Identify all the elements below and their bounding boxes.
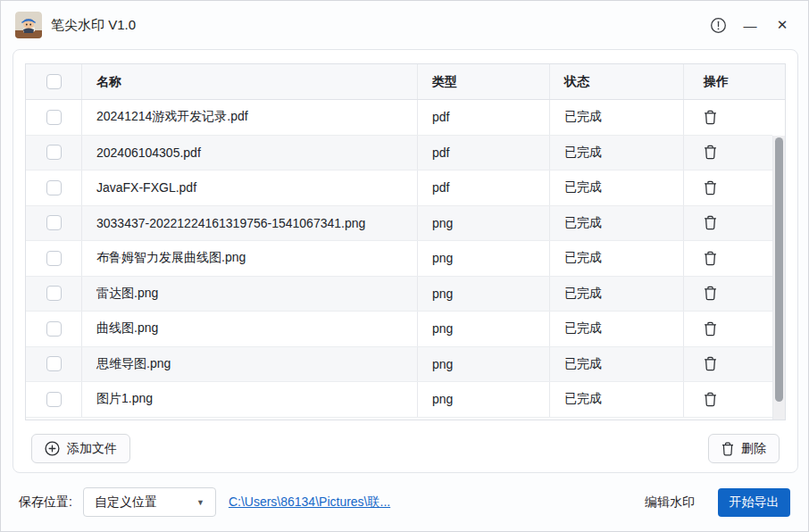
row-checkbox[interactable] <box>46 286 62 301</box>
trash-icon <box>704 110 717 125</box>
trash-icon <box>704 180 717 195</box>
vertical-scrollbar[interactable] <box>772 136 785 420</box>
row-checkbox[interactable] <box>46 180 62 195</box>
row-checkbox-cell <box>26 241 82 276</box>
row-checkbox-cell <box>26 382 82 417</box>
row-action-cell <box>684 382 772 417</box>
row-action-cell <box>684 277 772 312</box>
partial-next-row <box>26 418 772 420</box>
save-location-select[interactable]: 自定义位置 ▼ <box>83 487 216 517</box>
row-checkbox-cell <box>26 312 82 346</box>
app-window: 笔尖水印 V1.0 — ✕ 名称 类型 状态 操作 <box>0 0 809 532</box>
minimize-button[interactable]: — <box>737 12 763 38</box>
row-checkbox-cell <box>26 100 82 135</box>
trash-icon <box>704 145 717 160</box>
trash-icon <box>704 356 717 371</box>
file-table: 名称 类型 状态 操作 20241214游戏开发记录.pdf pdf 已完成 <box>25 63 786 420</box>
table-row: 20241214游戏开发记录.pdf pdf 已完成 <box>26 100 772 136</box>
file-type-cell: pdf <box>418 100 550 135</box>
row-action-cell <box>684 100 772 135</box>
row-checkbox-cell <box>26 277 82 312</box>
row-checkbox[interactable] <box>46 251 62 266</box>
info-button[interactable] <box>705 12 731 38</box>
file-name-cell: 图片1.png <box>82 382 418 417</box>
plus-circle-icon <box>45 441 60 456</box>
file-status-cell: 已完成 <box>550 347 684 382</box>
file-status-cell: 已完成 <box>550 277 684 312</box>
row-delete-button[interactable] <box>704 286 717 301</box>
table-header: 名称 类型 状态 操作 <box>26 64 785 100</box>
delete-label: 删除 <box>741 441 766 457</box>
row-delete-button[interactable] <box>704 356 717 371</box>
table-body: 20241214游戏开发记录.pdf pdf 已完成 202406104305.… <box>26 100 785 420</box>
file-status-cell: 已完成 <box>550 136 684 170</box>
file-name-cell: 3033437-20221224161319756-1541067341.png <box>82 206 418 241</box>
row-checkbox[interactable] <box>46 215 62 230</box>
row-delete-button[interactable] <box>704 215 717 230</box>
row-checkbox-cell <box>26 136 82 170</box>
trash-icon <box>704 321 717 337</box>
table-row: 图片1.png png 已完成 <box>26 382 772 418</box>
row-checkbox-cell <box>26 206 82 241</box>
save-path-link[interactable]: C:\Users\86134\Pictures\联... <box>229 495 390 511</box>
file-name-cell: 202406104305.pdf <box>82 136 418 170</box>
row-checkbox[interactable] <box>46 392 62 407</box>
file-name-cell: JavaFX-FXGL.pdf <box>82 170 418 205</box>
trash-icon <box>704 392 717 407</box>
add-file-button[interactable]: 添加文件 <box>31 434 130 463</box>
file-type-cell: png <box>418 241 550 276</box>
titlebar: 笔尖水印 V1.0 — ✕ <box>1 1 808 49</box>
table-row: 曲线图.png png 已完成 <box>26 312 772 347</box>
row-action-cell <box>684 206 772 241</box>
row-action-cell <box>684 170 772 205</box>
column-header-action: 操作 <box>684 64 772 99</box>
table-actions-bar: 添加文件 删除 <box>13 434 797 463</box>
row-checkbox-cell <box>26 347 82 382</box>
file-type-cell: png <box>418 382 550 417</box>
scrollbar-thumb[interactable] <box>775 137 783 402</box>
save-location-value: 自定义位置 <box>95 495 196 511</box>
file-status-cell: 已完成 <box>550 100 684 135</box>
column-header-type: 类型 <box>418 64 550 99</box>
column-header-name: 名称 <box>82 64 418 99</box>
app-logo-icon <box>15 12 42 38</box>
edit-watermark-button[interactable]: 编辑水印 <box>645 495 695 511</box>
delete-button[interactable]: 删除 <box>708 434 780 463</box>
row-checkbox[interactable] <box>46 356 62 371</box>
table-row: 思维导图.png png 已完成 <box>26 347 772 383</box>
row-delete-button[interactable] <box>704 180 717 195</box>
window-controls: — ✕ <box>705 12 796 38</box>
file-status-cell: 已完成 <box>550 206 684 241</box>
row-delete-button[interactable] <box>704 110 717 125</box>
row-delete-button[interactable] <box>704 145 717 160</box>
trash-icon <box>704 215 717 230</box>
file-status-cell: 已完成 <box>550 241 684 276</box>
select-all-checkbox[interactable] <box>46 74 62 89</box>
table-row: 雷达图.png png 已完成 <box>26 277 772 312</box>
row-action-cell <box>684 312 772 346</box>
start-export-button[interactable]: 开始导出 <box>718 488 790 517</box>
row-checkbox[interactable] <box>46 145 62 160</box>
file-type-cell: png <box>418 206 550 241</box>
row-delete-button[interactable] <box>704 321 717 337</box>
file-name-cell: 雷达图.png <box>82 277 418 312</box>
footer-bar: 保存位置: 自定义位置 ▼ C:\Users\86134\Pictures\联.… <box>1 473 808 531</box>
close-button[interactable]: ✕ <box>769 12 796 38</box>
file-name-cell: 20241214游戏开发记录.pdf <box>82 100 418 135</box>
table-row: 3033437-20221224161319756-1541067341.png… <box>26 206 772 242</box>
file-status-cell: 已完成 <box>550 312 684 346</box>
save-location-label: 保存位置: <box>19 495 72 511</box>
chevron-down-icon: ▼ <box>196 498 204 507</box>
file-name-cell: 思维导图.png <box>82 347 418 382</box>
file-name-cell: 布鲁姆智力发展曲线图.png <box>82 241 418 276</box>
row-action-cell <box>684 347 772 382</box>
row-checkbox[interactable] <box>46 321 62 337</box>
file-status-cell: 已完成 <box>550 382 684 417</box>
row-checkbox[interactable] <box>46 110 62 125</box>
row-delete-button[interactable] <box>704 392 717 407</box>
table-row: 202406104305.pdf pdf 已完成 <box>26 136 772 171</box>
trash-icon <box>704 286 717 301</box>
app-title: 笔尖水印 V1.0 <box>51 17 136 34</box>
row-delete-button[interactable] <box>704 251 717 266</box>
trash-icon <box>704 251 717 266</box>
